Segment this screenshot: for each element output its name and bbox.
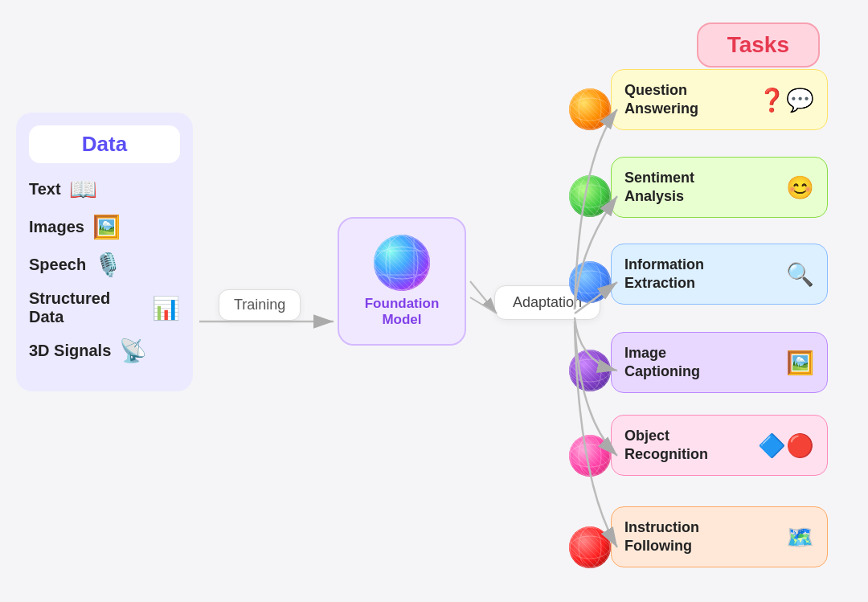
task-label-if: InstructionFollowing — [624, 518, 781, 556]
sphere-ic — [569, 350, 611, 391]
task-label-ie: InformationExtraction — [624, 256, 781, 293]
svg-point-19 — [570, 436, 610, 476]
data-item-structured-data: Structured Data 📊 — [29, 289, 180, 326]
task-icon-ie: 🔍 — [786, 261, 814, 288]
svg-point-20 — [579, 436, 601, 476]
svg-point-7 — [570, 89, 610, 129]
task-icon-if: 🗺️ — [786, 524, 814, 551]
data-item-images: Images 🖼️ — [29, 214, 180, 240]
svg-point-24 — [570, 536, 610, 559]
foundation-model-sphere — [374, 235, 430, 291]
svg-point-16 — [570, 350, 610, 391]
data-title: Data — [29, 125, 180, 163]
svg-point-23 — [579, 527, 601, 567]
svg-point-9 — [570, 98, 610, 121]
task-card-if: InstructionFollowing 🗺️ — [611, 506, 828, 567]
svg-point-10 — [570, 176, 610, 216]
data-item-text: Text 📖 — [29, 176, 180, 203]
svg-point-1 — [386, 235, 418, 290]
foundation-model-box: Foundation Model — [338, 217, 466, 346]
task-label-or: ObjectRecognition — [624, 427, 753, 465]
data-item-3d-signals: 3D Signals 📡 — [29, 338, 180, 364]
task-label-sa: SentimentAnalysis — [624, 169, 781, 207]
task-card-qa: QuestionAnswering ❓💬 — [611, 69, 828, 130]
task-card-sa: SentimentAnalysis 😊 — [611, 157, 828, 218]
foundation-label: Foundation Model — [365, 296, 440, 329]
svg-point-17 — [579, 350, 601, 391]
task-icon-ic: 🖼️ — [786, 350, 814, 376]
svg-line-28 — [470, 297, 497, 313]
svg-point-21 — [570, 444, 610, 467]
svg-point-12 — [570, 185, 610, 207]
svg-point-2 — [375, 247, 429, 279]
sphere-ie — [569, 261, 611, 303]
training-label: Training — [219, 289, 301, 321]
svg-point-8 — [579, 89, 601, 129]
svg-line-27 — [470, 281, 497, 313]
task-label-ic: ImageCaptioning — [624, 344, 781, 382]
svg-point-0 — [375, 235, 429, 290]
svg-point-14 — [579, 262, 601, 302]
sphere-qa — [569, 88, 611, 130]
svg-point-11 — [579, 176, 601, 216]
data-item-speech: Speech 🎙️ — [29, 252, 180, 278]
svg-point-22 — [570, 527, 610, 567]
task-card-or: ObjectRecognition 🔷🔴 — [611, 415, 828, 476]
tasks-header: Tasks — [697, 23, 820, 68]
task-icon-or: 🔷🔴 — [758, 432, 814, 459]
sphere-sa — [569, 175, 611, 217]
task-icon-sa: 😊 — [786, 174, 814, 201]
task-card-ie: InformationExtraction 🔍 — [611, 244, 828, 305]
data-panel: Data Text 📖 Images 🖼️ Speech 🎙️ Structur… — [16, 113, 193, 391]
sphere-or — [569, 435, 611, 477]
task-label-qa: QuestionAnswering — [624, 81, 753, 119]
svg-point-15 — [570, 271, 610, 293]
sphere-if — [569, 526, 611, 568]
task-icon-qa: ❓💬 — [758, 87, 814, 113]
svg-point-13 — [570, 262, 610, 302]
task-card-ic: ImageCaptioning 🖼️ — [611, 332, 828, 393]
svg-point-18 — [570, 359, 610, 382]
